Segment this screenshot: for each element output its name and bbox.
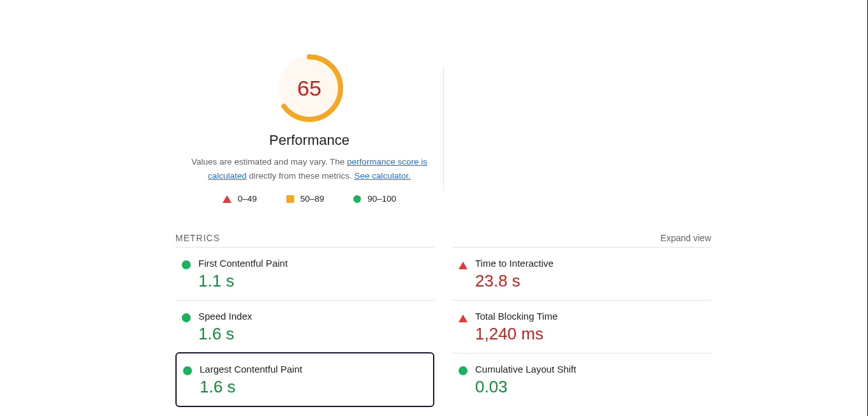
circle-green-icon <box>353 195 361 203</box>
triangle-red-icon <box>459 313 467 322</box>
metric-name: First Contentful Paint <box>198 258 429 269</box>
metric-name: Speed Index <box>198 311 429 322</box>
legend-mid: 50–89 <box>286 194 325 204</box>
triangle-red-icon <box>459 260 467 269</box>
legend-bad: 0–49 <box>223 194 257 204</box>
square-orange-icon <box>286 195 294 203</box>
score-legend: 0–49 50–89 90–100 <box>175 194 443 204</box>
expand-view-button[interactable]: Expand view <box>661 233 711 243</box>
vertical-divider <box>443 67 444 191</box>
metric-value: 1.1 s <box>198 271 429 291</box>
performance-description: Values are estimated and may vary. The p… <box>175 155 443 182</box>
metric-first-contentful-paint[interactable]: First Contentful Paint1.1 s <box>175 247 434 300</box>
triangle-red-icon <box>223 195 232 203</box>
metric-time-to-interactive[interactable]: Time to Interactive23.8 s <box>452 247 711 300</box>
metric-cumulative-layout-shift[interactable]: Cumulative Layout Shift0.03 <box>452 353 711 407</box>
metric-total-blocking-time[interactable]: Total Blocking Time1,240 ms <box>452 300 711 353</box>
metric-value: 0.03 <box>475 377 706 397</box>
legend-good: 90–100 <box>353 194 396 204</box>
circle-green-icon <box>182 313 191 322</box>
metric-value: 1.6 s <box>200 377 428 397</box>
performance-title: Performance <box>175 132 443 149</box>
circle-green-icon <box>182 260 191 269</box>
circle-green-icon <box>459 366 467 375</box>
performance-gauge: 65 <box>276 54 343 122</box>
performance-score: 65 <box>276 54 343 122</box>
metric-name: Total Blocking Time <box>475 311 706 322</box>
metric-value: 1,240 ms <box>475 324 706 344</box>
metric-value: 23.8 s <box>475 271 706 291</box>
see-calculator-link[interactable]: See calculator. <box>355 171 411 181</box>
metric-largest-contentful-paint[interactable]: Largest Contentful Paint1.6 s <box>175 352 434 407</box>
metrics-heading: METRICS <box>175 233 220 243</box>
metric-name: Largest Contentful Paint <box>200 364 428 375</box>
metric-speed-index[interactable]: Speed Index1.6 s <box>175 300 434 353</box>
performance-gauge-block: 65 Performance Values are estimated and … <box>175 54 443 204</box>
metric-name: Time to Interactive <box>475 258 706 269</box>
metric-value: 1.6 s <box>198 324 429 344</box>
metric-name: Cumulative Layout Shift <box>475 364 706 375</box>
circle-green-icon <box>183 366 192 375</box>
